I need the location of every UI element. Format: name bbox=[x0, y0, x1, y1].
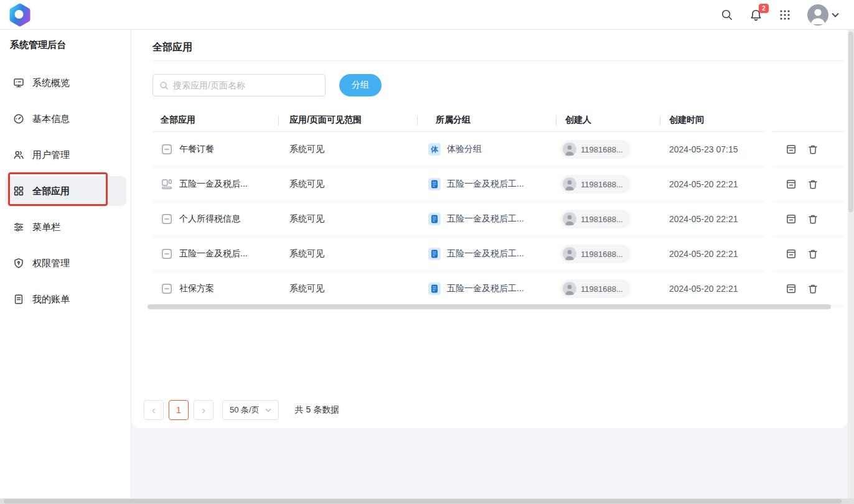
topbar: 2 bbox=[0, 0, 854, 30]
creator-name: 11981688... bbox=[581, 250, 623, 259]
horizontal-scrollbar-thumb[interactable] bbox=[4, 499, 842, 503]
row-actions bbox=[786, 167, 819, 202]
group-cell: 五险一金及税后工... bbox=[428, 236, 524, 271]
title-divider bbox=[152, 60, 844, 61]
page-size-value: 50 条/页 bbox=[230, 404, 260, 416]
form-icon bbox=[161, 213, 173, 225]
shield-icon bbox=[13, 258, 24, 269]
sidebar-item-basic-info[interactable]: 基本信息 bbox=[5, 104, 126, 134]
table-row[interactable]: 午餐订餐 系统可见 体 体验分组 11981688... 2024-05-23 … bbox=[152, 132, 844, 167]
col-header-creator: 创建人 bbox=[565, 114, 591, 126]
creator-avatar-icon bbox=[563, 282, 576, 296]
apps-grid-icon[interactable] bbox=[779, 9, 791, 21]
group-list-icon bbox=[428, 248, 441, 260]
app-name-cell: 五险一金及税后... bbox=[161, 167, 248, 202]
sidebar-item-my-bills[interactable]: 我的账单 bbox=[5, 284, 126, 314]
sidebar-item-user-management[interactable]: 用户管理 bbox=[5, 140, 126, 170]
prev-page-button[interactable]: ‹ bbox=[144, 400, 164, 420]
header-divider bbox=[417, 116, 418, 126]
bell-icon[interactable]: 2 bbox=[749, 9, 762, 22]
delete-icon[interactable] bbox=[807, 283, 819, 294]
table-row[interactable]: 五险一金及税后... 系统可见 五险一金及税后工... 11981688... … bbox=[152, 236, 844, 271]
sidebar-item-menu-bar[interactable]: 菜单栏 bbox=[5, 212, 126, 242]
sidebar-item-label: 基本信息 bbox=[32, 113, 70, 125]
visibility-cell: 系统可见 bbox=[289, 236, 324, 271]
page-horizontal-scrollbar[interactable] bbox=[0, 498, 854, 504]
app-name-cell: 社保方案 bbox=[161, 271, 214, 306]
creator-avatar-icon bbox=[563, 177, 576, 191]
sidebar-item-label: 菜单栏 bbox=[32, 222, 60, 233]
search-icon bbox=[159, 81, 169, 90]
detail-icon[interactable] bbox=[786, 213, 797, 225]
fixed-column-gutter bbox=[764, 110, 773, 306]
group-cell: 五险一金及税后工... bbox=[428, 202, 524, 236]
apps-icon bbox=[13, 185, 24, 197]
page-size-select[interactable]: 50 条/页 bbox=[222, 400, 279, 420]
creator-name: 11981688... bbox=[581, 215, 623, 224]
search-input[interactable] bbox=[173, 80, 319, 90]
sidebar-item-label: 权限管理 bbox=[32, 258, 70, 269]
sliders-icon bbox=[13, 222, 24, 233]
app-logo[interactable] bbox=[8, 3, 32, 27]
sidebar-item-system-overview[interactable]: 系统概览 bbox=[5, 68, 126, 98]
notification-badge: 2 bbox=[759, 4, 769, 13]
header-divider bbox=[278, 116, 279, 126]
creator-pill: 11981688... bbox=[560, 245, 631, 263]
group-list-icon bbox=[428, 213, 441, 225]
creator-avatar-icon bbox=[563, 142, 576, 156]
col-header-group: 所属分组 bbox=[436, 114, 471, 126]
creator-cell: 11981688... bbox=[560, 271, 631, 306]
detail-icon[interactable] bbox=[786, 283, 797, 294]
toolbar: 分组 bbox=[152, 74, 827, 96]
sidebar-item-permissions[interactable]: 权限管理 bbox=[5, 248, 126, 278]
creator-name: 11981688... bbox=[581, 284, 623, 294]
group-name: 五险一金及税后工... bbox=[447, 179, 524, 190]
creator-avatar-icon bbox=[563, 212, 576, 226]
table-horizontal-scrollbar[interactable] bbox=[148, 304, 831, 309]
header-divider bbox=[556, 116, 556, 126]
group-list-icon bbox=[428, 178, 441, 190]
search-icon[interactable] bbox=[721, 9, 733, 21]
sidebar-item-all-apps[interactable]: 全部应用 bbox=[5, 176, 126, 206]
users-icon bbox=[13, 149, 24, 161]
page-vertical-scrollbar[interactable] bbox=[848, 30, 854, 499]
detail-icon[interactable] bbox=[786, 179, 797, 190]
sidebar: 系统管理后台 系统概览 基本信息 用户管理 全部应用 菜单栏 bbox=[0, 30, 131, 499]
app-name: 五险一金及税后... bbox=[179, 248, 248, 259]
table-row[interactable]: 五险一金及税后... 系统可见 五险一金及税后工... 11981688... … bbox=[152, 167, 844, 202]
group-cell: 体 体验分组 bbox=[428, 132, 482, 167]
next-page-button[interactable]: › bbox=[194, 400, 214, 420]
delete-icon[interactable] bbox=[807, 248, 819, 259]
delete-icon[interactable] bbox=[807, 213, 819, 225]
group-name: 体验分组 bbox=[447, 144, 482, 155]
table-row[interactable]: 个人所得税信息 系统可见 五险一金及税后工... 11981688... 202… bbox=[152, 202, 844, 236]
bill-icon bbox=[13, 294, 24, 305]
created-at-cell: 2024-05-20 22:21 bbox=[669, 167, 738, 202]
search-box[interactable] bbox=[152, 74, 326, 96]
group-button[interactable]: 分组 bbox=[339, 74, 382, 96]
visibility-cell: 系统可见 bbox=[289, 167, 324, 202]
app-name: 社保方案 bbox=[179, 283, 214, 294]
detail-icon[interactable] bbox=[786, 248, 797, 259]
creator-cell: 11981688... bbox=[560, 132, 631, 167]
pages-icon bbox=[161, 178, 173, 190]
sidebar-item-label: 全部应用 bbox=[32, 185, 70, 197]
table-header: 全部应用 应用/页面可见范围 所属分组 创建人 创建时间 bbox=[152, 110, 844, 132]
col-header-app: 全部应用 bbox=[161, 114, 195, 126]
table-row[interactable]: 社保方案 系统可见 五险一金及税后工... 11981688... 2024-0… bbox=[152, 271, 844, 306]
sidebar-item-label: 系统概览 bbox=[32, 77, 70, 89]
delete-icon[interactable] bbox=[807, 144, 819, 155]
app-name-cell: 午餐订餐 bbox=[161, 132, 214, 167]
vertical-scrollbar-thumb[interactable] bbox=[848, 32, 853, 212]
delete-icon[interactable] bbox=[807, 179, 819, 190]
user-menu[interactable] bbox=[807, 4, 839, 26]
created-at-cell: 2024-05-23 07:15 bbox=[669, 132, 738, 167]
chevron-down-icon bbox=[832, 12, 839, 17]
sidebar-item-label: 用户管理 bbox=[32, 149, 70, 161]
page-number-button[interactable]: 1 bbox=[169, 400, 189, 420]
group-name: 五险一金及税后工... bbox=[447, 248, 524, 259]
creator-avatar-icon bbox=[563, 247, 576, 261]
total-count-label: 共 5 条数据 bbox=[295, 404, 340, 416]
pagination: ‹ 1 › 50 条/页 共 5 条数据 bbox=[144, 400, 848, 420]
detail-icon[interactable] bbox=[786, 144, 797, 155]
